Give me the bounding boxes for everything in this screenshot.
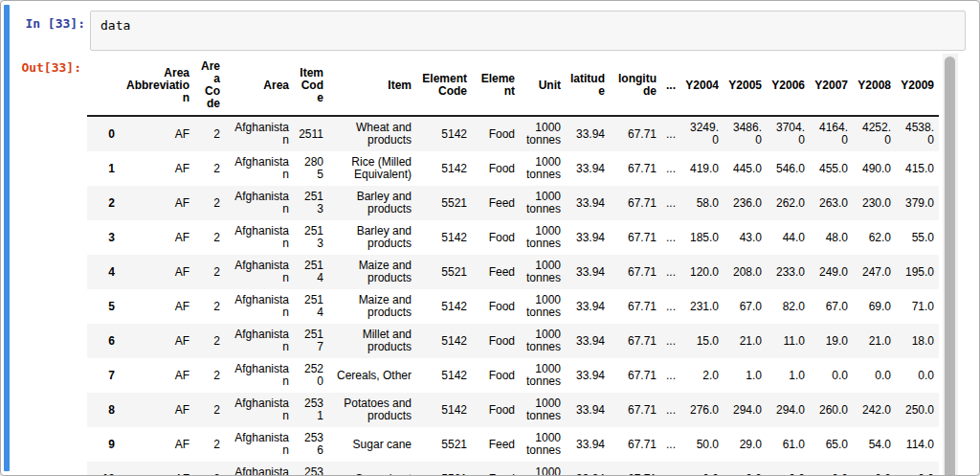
cell: 33.94 (566, 324, 610, 358)
cell: Maize and products (328, 255, 416, 289)
row-index: 3 (87, 220, 120, 255)
cell: 67.71 (610, 324, 661, 358)
cell: Afghanistan (225, 116, 294, 151)
cell: 33.94 (566, 462, 610, 476)
table-row: 4AF2Afghanistan2514Maize and products552… (87, 255, 939, 289)
cell: 2805 (294, 151, 328, 186)
cell: 21.0 (853, 324, 896, 358)
cell: AF (120, 324, 194, 358)
column-header: latitude (566, 56, 610, 116)
cell: Afghanistan (225, 324, 294, 358)
cell: 260.0 (810, 393, 853, 427)
cell: 0.0 (896, 358, 939, 393)
cell: 58.0 (680, 186, 724, 220)
cell: 1000 tonnes (520, 186, 566, 220)
cell: ... (661, 393, 680, 427)
dataframe-output-area: Area AbbreviationArea CodeAreaItem CodeI… (87, 56, 943, 476)
cell: 1.0 (767, 358, 810, 393)
cell: 2511 (294, 116, 328, 151)
cell: ... (661, 220, 680, 255)
cell: 249.0 (810, 255, 853, 289)
cell: 5521 (416, 255, 472, 289)
cell: Afghanistan (225, 255, 294, 289)
cell: 33.94 (566, 358, 610, 393)
cell: 1000 tonnes (520, 151, 566, 186)
cell: Feed (472, 186, 520, 220)
cell: 419.0 (680, 151, 724, 186)
cell: 276.0 (680, 393, 724, 427)
table-row: 6AF2Afghanistan2517Millet and products51… (87, 324, 939, 358)
cell: AF (120, 289, 194, 324)
cell: Food (472, 116, 520, 151)
cell: 2531 (294, 393, 328, 427)
code-input-area[interactable]: data (90, 11, 966, 51)
column-header (87, 56, 120, 116)
cell: 67.0 (724, 289, 767, 324)
cell: 379.0 (896, 186, 939, 220)
row-index: 0 (87, 116, 120, 151)
cell: 33.94 (566, 151, 610, 186)
row-index: 8 (87, 393, 120, 427)
cell: 3704.0 (767, 116, 810, 151)
cell: 2.0 (680, 358, 724, 393)
column-header: Y2004 (680, 56, 724, 116)
selected-cell-indicator-bar (4, 5, 10, 471)
cell: 19.0 (810, 324, 853, 358)
column-header: longitude (610, 56, 661, 116)
cell: 5142 (416, 358, 472, 393)
cell: ... (661, 151, 680, 186)
notebook-cell: In [33]: data Out[33]: Area Abbreviation… (0, 0, 980, 476)
cell: 2 (194, 324, 225, 358)
cell: 62.0 (853, 220, 896, 255)
cell: ... (661, 358, 680, 393)
cell: Cereals, Other (328, 358, 416, 393)
cell: 43.0 (724, 220, 767, 255)
cell: 242.0 (853, 393, 896, 427)
cell: 455.0 (810, 151, 853, 186)
cell: 445.0 (724, 151, 767, 186)
cell: 2 (194, 220, 225, 255)
cell: Barley and products (328, 220, 416, 255)
cell: ... (661, 289, 680, 324)
cell: 67.71 (610, 255, 661, 289)
cell: ... (661, 186, 680, 220)
cell: Afghanistan (225, 220, 294, 255)
cell: 0.0 (896, 462, 939, 476)
cell: AF (120, 427, 194, 462)
table-row: 8AF2Afghanistan2531Potatoes and products… (87, 393, 939, 427)
cell: Food (472, 393, 520, 427)
cell: 208.0 (724, 255, 767, 289)
row-index: 5 (87, 289, 120, 324)
cell: ... (661, 255, 680, 289)
cell: Food (472, 324, 520, 358)
cell: AF (120, 186, 194, 220)
code-text[interactable]: data (91, 11, 965, 33)
cell: 1000 tonnes (520, 393, 566, 427)
cell: 82.0 (767, 289, 810, 324)
cell: 15.0 (680, 324, 724, 358)
cell: 120.0 (680, 255, 724, 289)
row-index: 10 (87, 462, 120, 476)
output-prompt: Out[33]: (16, 60, 81, 75)
cell: Sugar cane (328, 427, 416, 462)
cell: AF (120, 151, 194, 186)
cell: Afghanistan (225, 358, 294, 393)
cell: Food (472, 358, 520, 393)
cell: 44.0 (767, 220, 810, 255)
cell: 1.0 (724, 358, 767, 393)
cell: ... (661, 427, 680, 462)
cell: Feed (472, 427, 520, 462)
cell: 1000 tonnes (520, 289, 566, 324)
cell: AF (120, 220, 194, 255)
cell: 0.0 (853, 358, 896, 393)
cell: 2517 (294, 324, 328, 358)
cell: Feed (472, 255, 520, 289)
cell: 262.0 (767, 186, 810, 220)
cell: 33.94 (566, 116, 610, 151)
cell: Rice (Milled Equivalent) (328, 151, 416, 186)
cell: 5521 (416, 427, 472, 462)
cell: Food (472, 220, 520, 255)
cell: 294.0 (767, 393, 810, 427)
cell: AF (120, 255, 194, 289)
output-scrollbar-thumb[interactable] (945, 57, 955, 476)
